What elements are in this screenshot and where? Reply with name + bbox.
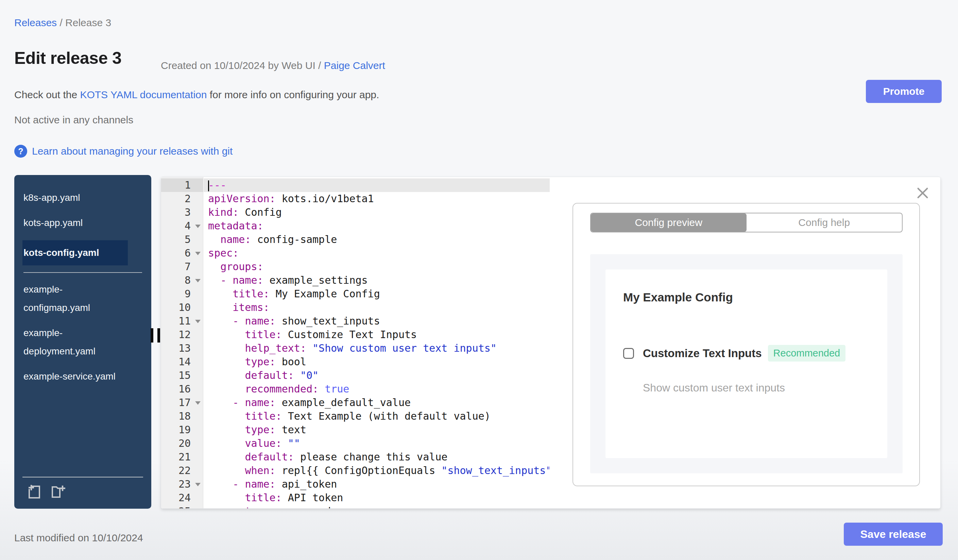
editor-panel: 1234567891011121314151617181920212223242… <box>161 177 941 509</box>
code-line[interactable]: items: <box>204 301 550 314</box>
breadcrumb: Releases / Release 3 <box>14 17 111 28</box>
workbench: k8s-app.yamlkots-app.yamlkots-config.yam… <box>14 175 941 509</box>
breadcrumb-separator: / <box>57 17 65 28</box>
sidebar-resize-handle[interactable] <box>151 328 160 343</box>
docs-prefix: Check out the <box>14 89 80 100</box>
sidebar-file-item[interactable]: example-configmap.yaml <box>22 280 128 317</box>
config-item-label: Customize Text Inputs <box>643 347 762 360</box>
gutter-line-number: 15 <box>161 369 203 382</box>
new-folder-icon[interactable] <box>50 484 67 501</box>
sidebar-divider <box>24 272 142 273</box>
new-file-icon[interactable] <box>27 484 43 501</box>
gutter-line-number: 12 <box>161 328 203 342</box>
code-line[interactable]: type: bool <box>204 355 550 369</box>
code-line[interactable]: - name: example_default_value <box>204 396 550 410</box>
code-line[interactable]: metadata: <box>204 219 550 233</box>
gutter-line-number: 4 <box>161 219 203 233</box>
config-group-title: My Example Config <box>623 291 733 304</box>
sidebar-file-item[interactable]: kots-app.yaml <box>22 214 128 232</box>
editor-code-area[interactable]: ---apiVersion: kots.io/v1beta1kind: Conf… <box>204 177 550 509</box>
fold-arrow-icon[interactable] <box>195 401 201 405</box>
gutter-line-number: 5 <box>161 233 203 246</box>
code-line[interactable]: apiVersion: kots.io/v1beta1 <box>204 192 550 206</box>
gutter-line-number: 19 <box>161 423 203 437</box>
gutter-line-number: 22 <box>161 464 203 478</box>
gutter-line-number: 9 <box>161 287 203 301</box>
close-icon[interactable] <box>916 186 929 200</box>
config-item-row: Customize Text Inputs Recommended <box>623 345 845 362</box>
code-line[interactable]: default: "0" <box>204 369 550 382</box>
code-line[interactable]: value: "" <box>204 437 550 450</box>
file-sidebar: k8s-app.yamlkots-app.yamlkots-config.yam… <box>14 175 151 509</box>
code-line[interactable]: groups: <box>204 260 550 274</box>
sidebar-file-item[interactable]: example-service.yaml <box>22 367 128 386</box>
git-help-link[interactable]: ? Learn about managing your releases wit… <box>14 145 233 158</box>
gutter-line-number: 1 <box>161 179 203 192</box>
created-text: Created on 10/10/2024 by Web UI / <box>161 60 324 71</box>
fold-arrow-icon[interactable] <box>195 225 201 228</box>
gutter-line-number: 17 <box>161 396 203 410</box>
tab-config-help[interactable]: Config help <box>747 214 902 232</box>
fold-arrow-icon[interactable] <box>195 483 201 486</box>
breadcrumb-releases-link[interactable]: Releases <box>14 17 57 28</box>
yaml-code-editor[interactable]: 1234567891011121314151617181920212223242… <box>161 177 550 509</box>
code-line[interactable]: - name: example_settings <box>204 274 550 287</box>
gutter-line-number: 25 <box>161 505 203 509</box>
gutter-line-number: 2 <box>161 192 203 206</box>
save-release-button[interactable]: Save release <box>844 523 943 546</box>
gutter-line-number: 20 <box>161 437 203 450</box>
code-line[interactable]: recommended: true <box>204 382 550 396</box>
config-preview-pane: Config preview Config help My Example Co… <box>550 177 940 508</box>
code-line[interactable]: kind: Config <box>204 206 550 219</box>
question-mark-icon: ? <box>14 145 27 158</box>
docs-suffix: for more info on configuring your app. <box>207 89 379 100</box>
code-line[interactable]: help_text: "Show custom user text inputs… <box>204 342 550 355</box>
sidebar-file-item[interactable]: example-deployment.yaml <box>22 324 128 361</box>
gutter-line-number: 13 <box>161 342 203 355</box>
gutter-line-number: 7 <box>161 260 203 274</box>
gutter-line-number: 16 <box>161 382 203 396</box>
breadcrumb-current: Release 3 <box>65 17 111 28</box>
author-link[interactable]: Paige Calvert <box>324 60 385 71</box>
code-line[interactable]: title: Text Example (with default value) <box>204 410 550 423</box>
sidebar-footer <box>22 477 143 509</box>
code-line[interactable]: - name: api_token <box>204 478 550 491</box>
code-line[interactable]: title: Customize Text Inputs <box>204 328 550 342</box>
editor-gutter: 1234567891011121314151617181920212223242… <box>161 177 203 509</box>
gutter-line-number: 24 <box>161 491 203 505</box>
channel-status: Not active in any channels <box>14 114 133 126</box>
config-card: My Example Config Customize Text Inputs … <box>606 269 887 458</box>
tab-config-preview[interactable]: Config preview <box>591 214 747 232</box>
customize-text-inputs-checkbox[interactable] <box>623 348 634 359</box>
code-line[interactable]: type: password <box>204 505 550 509</box>
kots-yaml-docs-link[interactable]: KOTS YAML documentation <box>80 89 207 100</box>
git-link-label: Learn about managing your releases with … <box>32 146 233 157</box>
code-line[interactable]: spec: <box>204 246 550 260</box>
preview-tab-bar: Config preview Config help <box>590 213 902 233</box>
fold-arrow-icon[interactable] <box>195 252 201 255</box>
code-line[interactable]: type: text <box>204 423 550 437</box>
gutter-line-number: 18 <box>161 410 203 423</box>
promote-button[interactable]: Promote <box>866 80 942 103</box>
code-line[interactable]: name: config-sample <box>204 233 550 246</box>
code-line[interactable]: default: please change this value <box>204 450 550 464</box>
recommended-badge: Recommended <box>768 345 846 362</box>
sidebar-file-item[interactable]: kots-config.yaml <box>22 240 128 266</box>
code-line[interactable]: title: API token <box>204 491 550 505</box>
config-preview-body: My Example Config Customize Text Inputs … <box>590 254 902 473</box>
gutter-line-number: 8 <box>161 274 203 287</box>
last-modified-text: Last modified on 10/10/2024 <box>14 532 143 544</box>
code-line[interactable]: when: repl{{ ConfigOptionEquals "show_te… <box>204 464 550 478</box>
gutter-line-number: 10 <box>161 301 203 314</box>
fold-arrow-icon[interactable] <box>195 279 201 282</box>
code-line[interactable]: - name: show_text_inputs <box>204 314 550 328</box>
release-meta: Created on 10/10/2024 by Web UI / Paige … <box>161 60 385 71</box>
fold-arrow-icon[interactable] <box>195 320 201 323</box>
page-title: Edit release 3 <box>14 48 121 68</box>
config-preview-card: Config preview Config help My Example Co… <box>573 203 920 486</box>
gutter-line-number: 11 <box>161 314 203 328</box>
code-line[interactable]: --- <box>204 179 550 192</box>
config-item-help: Show custom user text inputs <box>643 381 785 394</box>
code-line[interactable]: title: My Example Config <box>204 287 550 301</box>
sidebar-file-item[interactable]: k8s-app.yaml <box>22 188 128 207</box>
